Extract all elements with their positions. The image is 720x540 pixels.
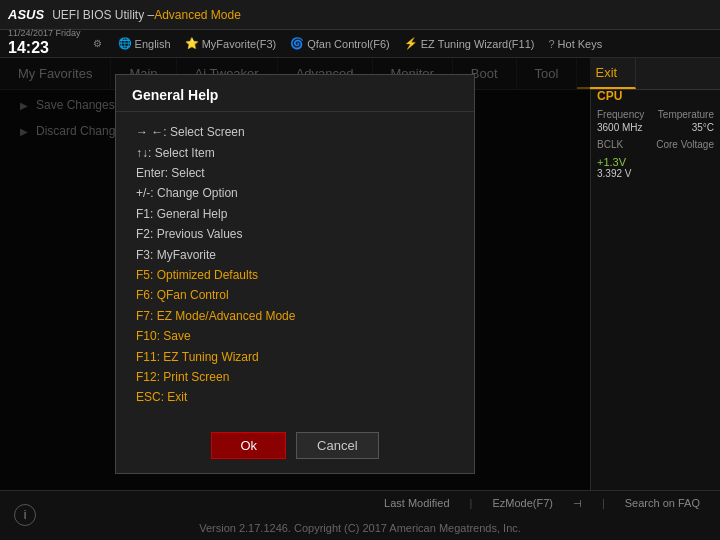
qfan-label: Qfan Control(F6) [307,38,390,50]
info-bar-items: 🌐 English ⭐ MyFavorite(F3) 🌀 Qfan Contro… [118,37,603,50]
freq-value: 3600 MHz [597,122,643,133]
title-mode: Advanced Mode [154,8,241,22]
voltage-value: 3.392 V [597,168,714,179]
help-line-12: F12: Print Screen [136,367,454,387]
qfan-icon: 🌀 [290,37,304,50]
help-line-11: F11: EZ Tuning Wizard [136,347,454,367]
ez-mode-icon: ⊣ [573,498,582,509]
ez-tuning-label: EZ Tuning Wizard(F11) [421,38,535,50]
hot-keys-label: Hot Keys [558,38,603,50]
last-modified-link[interactable]: Last Modified [384,497,449,509]
footer-top: Last Modified | EzMode(F7) ⊣ | Search on… [0,497,720,509]
help-line-4: F1: General Help [136,204,454,224]
dialog-buttons: Ok Cancel [116,422,474,473]
ez-mode-button[interactable]: EzMode(F7) [492,497,553,509]
ez-tuning-button[interactable]: ⚡ EZ Tuning Wizard(F11) [404,37,535,50]
help-line-0: → ←: Select Screen [136,122,454,142]
cancel-button[interactable]: Cancel [296,432,378,459]
time-display: 14:23 [8,38,81,57]
help-line-8: F6: QFan Control [136,285,454,305]
help-line-10: F10: Save [136,326,454,346]
temp-value: 35°C [692,122,714,133]
help-line-7: F5: Optimized Defaults [136,265,454,285]
hw-bclk-row: BCLK Core Voltage [597,139,714,150]
favorite-icon: ⭐ [185,37,199,50]
core-volt-label: Core Voltage [656,139,714,150]
info-button[interactable]: i [14,504,36,526]
dialog-body: → ←: Select Screen ↑↓: Select Item Enter… [116,112,474,421]
asus-logo: ASUS [8,7,44,22]
general-help-dialog: General Help → ←: Select Screen ↑↓: Sele… [115,74,475,473]
freq-label: Frequency [597,109,644,120]
hw-freq-val-row: 3600 MHz 35°C [597,122,714,133]
help-line-1: ↑↓: Select Item [136,143,454,163]
hw-freq-row: Frequency Temperature [597,109,714,120]
date-display: 11/24/2017 Friday [8,29,81,38]
myfavorite-button[interactable]: ⭐ MyFavorite(F3) [185,37,277,50]
myfavorite-label: MyFavorite(F3) [202,38,277,50]
hot-keys-button[interactable]: ? Hot Keys [548,38,602,50]
title-bar: ASUS UEFI BIOS Utility – Advanced Mode [0,0,720,30]
cpu-label: CPU [597,89,714,103]
help-line-9: F7: EZ Mode/Advanced Mode [136,306,454,326]
voltage-label: +1.3V [597,156,714,168]
ez-tuning-icon: ⚡ [404,37,418,50]
help-line-6: F3: MyFavorite [136,245,454,265]
dialog-overlay: General Help → ←: Select Screen ↑↓: Sele… [0,58,590,490]
info-bar: 11/24/2017 Friday 14:23 ⚙ 🌐 English ⭐ My… [0,30,720,58]
help-line-3: +/-: Change Option [136,183,454,203]
qfan-button[interactable]: 🌀 Qfan Control(F6) [290,37,390,50]
main-content: ▶ Load Optimized Defaults ▶ Save Changes… [0,58,590,490]
title-prefix: UEFI BIOS Utility – [52,8,154,22]
settings-icon[interactable]: ⚙ [93,38,102,49]
language-icon: 🌐 [118,37,132,50]
temp-label: Temperature [658,109,714,120]
language-label: English [135,38,171,50]
ok-button[interactable]: Ok [211,432,286,459]
copyright: Version 2.17.1246. Copyright (C) 2017 Am… [199,522,521,534]
language-selector[interactable]: 🌐 English [118,37,171,50]
hardware-monitor: 🖥 Hardware Monitor CPU Frequency Tempera… [590,58,720,490]
help-line-13: ESC: Exit [136,387,454,407]
help-line-5: F2: Previous Values [136,224,454,244]
search-on-faq-link[interactable]: Search on FAQ [625,497,700,509]
dialog-title: General Help [116,75,474,112]
help-line-2: Enter: Select [136,163,454,183]
bclk-label: BCLK [597,139,623,150]
datetime: 11/24/2017 Friday 14:23 [8,29,81,57]
footer: Last Modified | EzMode(F7) ⊣ | Search on… [0,490,720,540]
hotkeys-icon: ? [548,38,554,50]
